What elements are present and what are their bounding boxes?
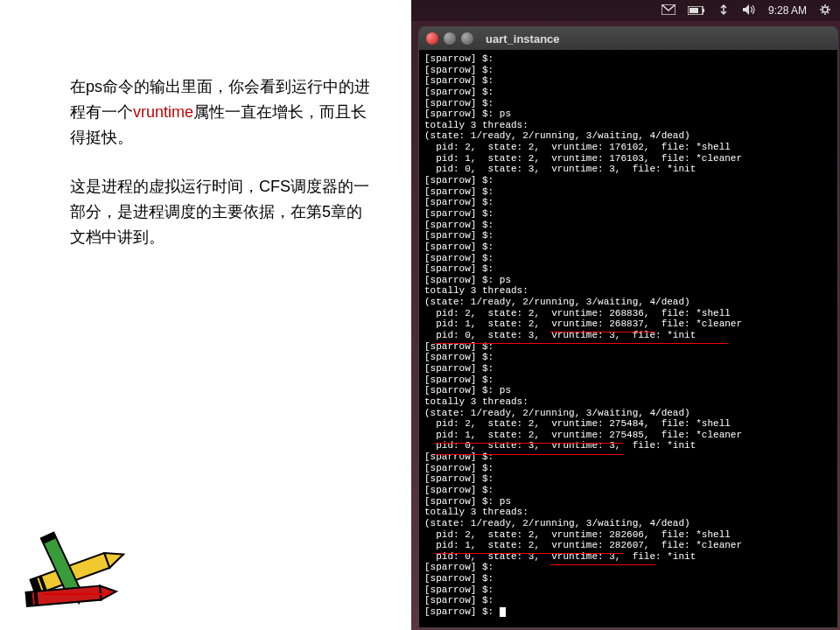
maximize-icon[interactable] <box>461 32 473 45</box>
terminal-window: uart_instance [sparrow] $: [sparrow] $: … <box>418 26 838 628</box>
clock-time[interactable]: 9:28 AM <box>768 4 807 17</box>
window-title: uart_instance <box>486 32 560 46</box>
minimize-icon[interactable] <box>444 32 456 45</box>
red-underline <box>435 553 623 554</box>
svg-point-15 <box>822 7 828 12</box>
paragraph-2: 这是进程的虚拟运行时间，CFS调度器的一部分，是进程调度的主要依据，在第5章的文… <box>70 174 376 249</box>
red-underline <box>550 332 655 332</box>
red-underline <box>435 343 728 344</box>
crayon-decoration <box>4 512 144 626</box>
terminal-output[interactable]: [sparrow] $: [sparrow] $: [sparrow] $: [… <box>419 50 837 621</box>
svg-marker-8 <box>100 584 116 600</box>
battery-icon[interactable] <box>688 4 705 18</box>
paragraph-1: 在ps命令的输出里面，你会看到运行中的进程有一个vruntime属性一直在增长，… <box>70 74 376 150</box>
explanation-text: 在ps命令的输出里面，你会看到运行中的进程有一个vruntime属性一直在增长，… <box>70 74 376 275</box>
close-icon[interactable] <box>426 32 438 45</box>
red-underline <box>435 443 623 444</box>
mail-icon[interactable] <box>662 4 676 18</box>
top-menubar: 9:28 AM <box>411 0 840 21</box>
svg-rect-14 <box>690 8 698 13</box>
gear-icon[interactable] <box>819 4 831 18</box>
red-underline <box>435 454 623 455</box>
red-underline <box>550 564 655 565</box>
svg-rect-9 <box>26 592 33 606</box>
svg-rect-13 <box>703 9 704 12</box>
network-icon[interactable] <box>718 4 730 18</box>
red-scribble-line <box>44 593 109 595</box>
vruntime-highlight: vruntime <box>133 103 193 121</box>
sound-icon[interactable] <box>742 4 756 18</box>
window-titlebar[interactable]: uart_instance <box>419 27 837 50</box>
